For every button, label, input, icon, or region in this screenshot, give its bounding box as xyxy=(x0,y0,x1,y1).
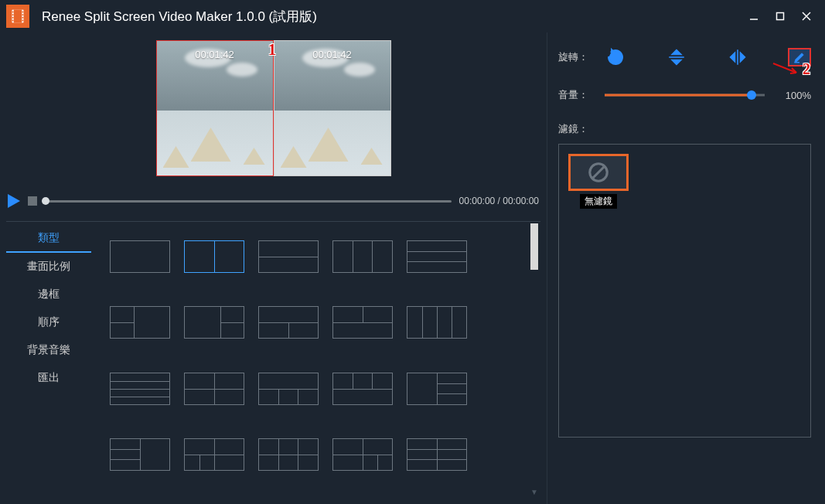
layout-4v[interactable] xyxy=(407,306,467,339)
player-bar: 00:00:00 / 00:00:00 xyxy=(8,192,539,210)
rotate-cw-button[interactable] xyxy=(605,46,626,68)
svg-rect-13 xyxy=(777,13,784,20)
layout-extra-3[interactable] xyxy=(258,438,319,471)
seek-slider[interactable] xyxy=(45,200,452,203)
preview-clip-1[interactable]: 00:01:42 xyxy=(156,40,274,176)
title-bar: Renee Split Screen Video Maker 1.0.0 (試用… xyxy=(0,0,825,32)
layout-extra-5[interactable] xyxy=(407,438,467,471)
clip-1-duration: 00:01:42 xyxy=(195,49,234,60)
svg-rect-6 xyxy=(12,17,14,19)
layout-1-3[interactable] xyxy=(258,373,319,405)
svg-rect-1 xyxy=(14,10,22,23)
svg-rect-9 xyxy=(22,14,24,15)
clip-2-duration: 00:01:42 xyxy=(312,49,352,60)
edit-button[interactable] xyxy=(788,48,811,66)
scroll-thumb[interactable] xyxy=(530,223,538,270)
side-tabs: 類型 畫面比例 邊框 順序 背景音樂 匯出 xyxy=(6,222,91,498)
rotate-row: 旋轉： xyxy=(558,46,811,68)
layout-2h[interactable] xyxy=(258,240,319,273)
seek-knob[interactable] xyxy=(42,197,49,205)
layout-2v[interactable] xyxy=(184,240,244,273)
svg-rect-4 xyxy=(12,12,14,13)
flip-horizontal-button[interactable] xyxy=(727,46,748,68)
layout-extra-2[interactable] xyxy=(184,438,244,471)
play-button[interactable] xyxy=(8,194,20,208)
layout-1x1[interactable] xyxy=(110,240,170,273)
preview-area: 00:01:42 00:01:42 xyxy=(6,40,540,186)
layout-r2l1[interactable] xyxy=(184,306,244,339)
svg-rect-7 xyxy=(12,20,14,22)
tab-export[interactable]: 匯出 xyxy=(6,364,91,392)
svg-line-20 xyxy=(593,167,605,179)
volume-label: 音量： xyxy=(558,88,597,102)
right-panel: 旋轉： 音量： xyxy=(547,32,825,504)
filter-item-label: 無濾鏡 xyxy=(580,194,617,209)
layout-extra-1[interactable] xyxy=(110,438,170,471)
filter-list: 無濾鏡 xyxy=(558,144,811,438)
tab-border[interactable]: 邊框 xyxy=(6,281,91,308)
layout-3h[interactable] xyxy=(407,240,467,273)
filter-label: 濾鏡： xyxy=(558,122,811,136)
svg-rect-10 xyxy=(22,17,24,19)
minimize-button[interactable] xyxy=(748,10,760,22)
tab-type[interactable]: 類型 xyxy=(6,225,91,253)
app-logo xyxy=(6,5,29,28)
left-panel: 00:01:42 00:01:42 00:00:00 / 00:00:00 類型… xyxy=(0,32,547,504)
volume-slider[interactable] xyxy=(605,89,765,101)
close-button[interactable] xyxy=(800,10,813,22)
tab-aspect[interactable]: 畫面比例 xyxy=(6,253,91,281)
window-controls xyxy=(748,10,813,22)
layout-3-1[interactable] xyxy=(332,373,393,405)
preview-clip-2[interactable]: 00:01:42 xyxy=(274,40,391,176)
layout-l2r1[interactable] xyxy=(110,306,170,339)
layout-2x2[interactable] xyxy=(184,373,244,405)
stop-button[interactable] xyxy=(28,196,37,206)
layout-t2b1[interactable] xyxy=(332,306,393,339)
svg-rect-11 xyxy=(22,20,24,22)
volume-knob[interactable] xyxy=(747,90,756,100)
svg-rect-5 xyxy=(12,14,14,15)
svg-rect-8 xyxy=(22,12,24,13)
no-filter-icon xyxy=(568,154,629,191)
tab-order[interactable]: 順序 xyxy=(6,308,91,336)
timecode: 00:00:00 / 00:00:00 xyxy=(459,196,539,206)
volume-row: 音量： 100% xyxy=(558,88,811,102)
layout-grid xyxy=(91,222,540,498)
rotate-label: 旋轉： xyxy=(558,50,597,64)
layout-3v[interactable] xyxy=(332,240,393,273)
layout-4h[interactable] xyxy=(110,373,170,405)
maximize-button[interactable] xyxy=(774,10,786,22)
flip-vertical-button[interactable] xyxy=(666,46,687,68)
layout-t1b2[interactable] xyxy=(258,306,319,339)
layout-scrollbar[interactable]: ▲ ▼ xyxy=(528,222,540,498)
layout-extra-4[interactable] xyxy=(332,438,393,471)
volume-value: 100% xyxy=(772,90,811,101)
layout-section: 類型 畫面比例 邊框 順序 背景音樂 匯出 xyxy=(6,221,540,498)
app-title: Renee Split Screen Video Maker 1.0.0 (試用… xyxy=(42,8,748,26)
tab-bgm[interactable]: 背景音樂 xyxy=(6,336,91,364)
filter-item-none[interactable]: 無濾鏡 xyxy=(568,154,629,209)
layout-l1r3[interactable] xyxy=(407,373,467,405)
scroll-down-icon[interactable]: ▼ xyxy=(528,485,540,498)
